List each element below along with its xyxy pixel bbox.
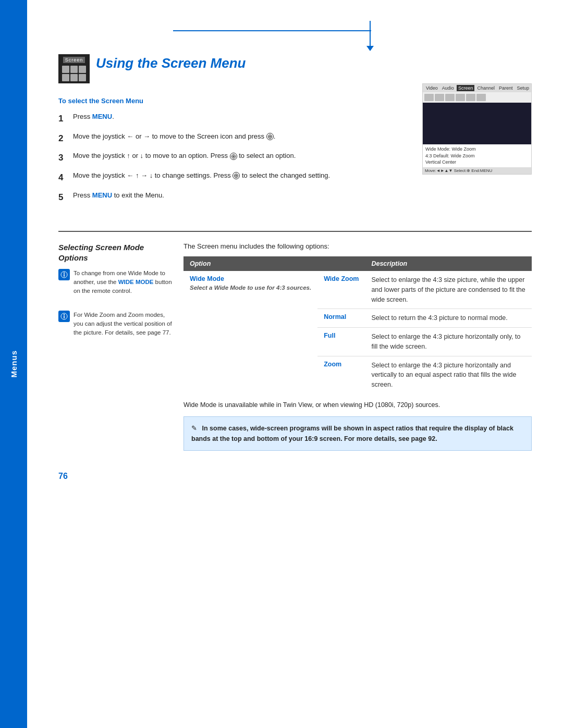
tv-btn-5 xyxy=(466,94,475,101)
full-desc: Select to enlarge the 4:3 picture horizo… xyxy=(365,328,532,356)
wide-mode-link: WIDE MODE xyxy=(118,279,154,285)
svg-point-4 xyxy=(64,314,65,315)
tv-info: Wide Mode: Wide Zoom4:3 Default: Wide Zo… xyxy=(423,144,531,167)
note-1: To change from one Wide Mode to another,… xyxy=(58,269,173,295)
tv-bottom-bar: Move:◄►▲▼ Select:⊕ End:MENU xyxy=(423,167,531,174)
table-header-row: Option Description xyxy=(183,256,532,271)
unavail-text: Wide Mode is unavailable while in Twin V… xyxy=(183,400,532,410)
circle-plus-3: ⊕ xyxy=(230,153,237,160)
step-3-num: 3 xyxy=(58,151,73,165)
tv-btn-3 xyxy=(445,94,455,101)
circle-plus-2: ⊕ xyxy=(266,133,274,140)
pencil-icon: ✎ xyxy=(191,423,197,434)
left-col: Selecting Screen Mode Options To change … xyxy=(58,242,183,451)
tv-menu-audio: Audio xyxy=(440,85,456,91)
tv-menu-screen: Screen xyxy=(457,85,475,91)
arrow-head xyxy=(366,46,374,51)
options-table: Option Description Wide Mode Select a Wi… xyxy=(183,256,532,394)
tv-btn-4 xyxy=(456,94,465,101)
col-description: Description xyxy=(365,256,532,271)
header-section: Screen Using the Screen Menu Video Audio… xyxy=(58,52,532,81)
step-5: 5 Press MENU to exit the Menu. xyxy=(58,191,532,204)
section-title-text: Selecting Screen Mode Options xyxy=(58,243,144,262)
tv-preview: Video Audio Screen Channel Parent Setup … xyxy=(422,83,532,175)
tv-menu-bar: Video Audio Screen Channel Parent Setup xyxy=(423,84,531,92)
main-content: Screen Using the Screen Menu Video Audio… xyxy=(27,0,563,512)
bottom-note-text: In some cases, wide-screen programs will… xyxy=(191,425,513,442)
tv-btn-6 xyxy=(476,94,486,101)
circle-plus-4: ⊕ xyxy=(232,172,240,179)
note-2-text: For Wide Zoom and Zoom modes, you can ad… xyxy=(74,311,173,337)
svg-point-1 xyxy=(64,273,65,274)
full-option: Full xyxy=(317,328,365,356)
screen-icon-label: Screen xyxy=(63,57,85,63)
step-5-text: Press MENU to exit the Menu. xyxy=(73,191,532,204)
normal-option: Normal xyxy=(317,309,365,328)
bottom-section: Selecting Screen Mode Options To change … xyxy=(58,242,532,451)
svg-rect-2 xyxy=(64,274,65,277)
intro-text: The Screen menu includes the following o… xyxy=(183,242,532,250)
section-divider xyxy=(58,231,532,232)
wide-mode-option: Wide Mode Select a Wide Mode to use for … xyxy=(183,271,317,394)
menu-ref: MENU xyxy=(92,113,112,120)
tv-menu-video: Video xyxy=(424,85,439,91)
normal-desc: Select to return the 4:3 picture to norm… xyxy=(365,309,532,328)
sidebar: Menus xyxy=(0,0,27,728)
table-row-widemode: Wide Mode Select a Wide Mode to use for … xyxy=(183,271,532,309)
wide-mode-italic: Select a Wide Mode to use for 4:3 source… xyxy=(190,285,311,291)
tv-screen xyxy=(423,103,531,144)
note-2: For Wide Zoom and Zoom modes, you can ad… xyxy=(58,311,173,337)
col-option: Option xyxy=(183,256,317,271)
right-col: The Screen menu includes the following o… xyxy=(183,242,532,451)
arrow-decoration xyxy=(58,21,532,52)
svg-rect-5 xyxy=(64,316,65,318)
arrow-line xyxy=(173,30,371,31)
note-icon-2 xyxy=(58,311,70,322)
step-4-num: 4 xyxy=(58,171,73,184)
tv-btn-1 xyxy=(424,94,434,101)
screen-icon-box: Screen xyxy=(58,54,90,83)
tv-menu-parent: Parent xyxy=(497,85,515,91)
zoom-option: Zoom xyxy=(317,356,365,394)
sidebar-label: Menus xyxy=(9,350,18,378)
col-suboption xyxy=(317,256,365,271)
step-2-num: 2 xyxy=(58,132,73,145)
wide-zoom-option: Wide Zoom xyxy=(317,271,365,309)
step-1-num: 1 xyxy=(58,112,73,126)
tv-btn-2 xyxy=(435,94,444,101)
wide-mode-label: Wide Mode xyxy=(190,275,311,282)
arrow-down xyxy=(370,21,371,47)
zoom-desc: Select to enlarge the 4:3 picture horizo… xyxy=(365,356,532,394)
screen-icon-grid xyxy=(62,66,86,81)
wide-zoom-desc: Select to enlarge the 4:3 size picture, … xyxy=(365,271,532,309)
note-icon-1 xyxy=(58,269,70,280)
tv-menu-setup: Setup xyxy=(515,85,531,91)
tv-menu-channel: Channel xyxy=(475,85,496,91)
page-title: Using the Screen Menu xyxy=(96,52,246,71)
menu-ref-5: MENU xyxy=(92,191,112,199)
tv-toolbar xyxy=(423,92,531,103)
bottom-note: ✎ In some cases, wide-screen programs wi… xyxy=(183,416,532,451)
note-1-text: To change from one Wide Mode to another,… xyxy=(74,269,173,295)
tv-nav-hint: Move:◄►▲▼ Select:⊕ End:MENU xyxy=(425,168,492,173)
step-5-num: 5 xyxy=(58,191,73,204)
section-title: Selecting Screen Mode Options xyxy=(58,242,173,263)
page-number: 76 xyxy=(58,472,532,481)
